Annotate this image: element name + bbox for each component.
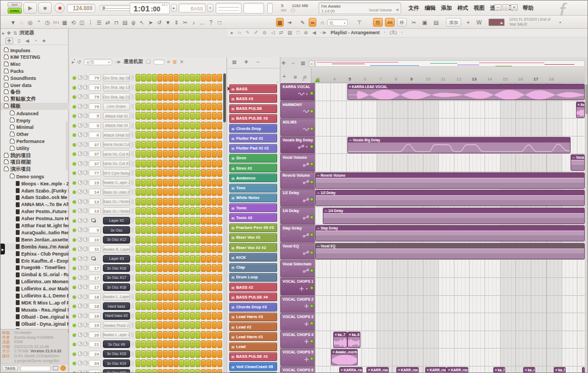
step-cell[interactable] [195, 350, 200, 358]
channel-row[interactable]: 18Awake L..Layer [70, 293, 228, 302]
channel-target-box[interactable]: 18 [89, 294, 101, 300]
pl-delete-icon[interactable]: ⊘ [262, 30, 267, 35]
step-cell[interactable] [195, 169, 200, 177]
step-cell[interactable] [185, 312, 189, 320]
browser-sort-icon[interactable]: ⇅ [13, 30, 17, 36]
step-cell[interactable] [185, 274, 189, 282]
step-cell[interactable] [168, 160, 173, 167]
step-cell[interactable] [212, 93, 217, 101]
step-cell[interactable] [179, 350, 184, 358]
channel-enable-led[interactable] [73, 362, 76, 365]
picker-item[interactable]: ▤BASS #3 [229, 94, 277, 103]
blend-notes-icon[interactable]: ⁞ [87, 18, 94, 27]
step-cell[interactable] [212, 264, 217, 272]
step-cell[interactable] [185, 141, 189, 148]
step-cell[interactable] [212, 255, 217, 263]
step-cell[interactable] [185, 93, 189, 101]
channel-select-indicator[interactable] [132, 294, 133, 300]
pl-lane[interactable] [315, 154, 585, 172]
step-cell[interactable] [157, 236, 162, 244]
step-cell[interactable] [195, 264, 200, 272]
step-cell[interactable] [179, 93, 184, 101]
step-cell[interactable] [136, 226, 140, 234]
step-cell[interactable] [168, 340, 173, 348]
browser-file-item[interactable]: Adam Szabo..ock Me Out [1, 194, 69, 201]
channel-select-indicator[interactable] [132, 227, 133, 233]
step-cell[interactable] [168, 84, 173, 91]
channel-target-box[interactable]: 79 [89, 94, 101, 100]
browser-file-item[interactable]: Asher Postm..Future Bass [1, 208, 69, 215]
step-cell[interactable] [152, 245, 157, 253]
track-options-icon[interactable]: … [283, 163, 303, 166]
step-cell[interactable] [141, 188, 146, 196]
track-enable-led[interactable] [310, 92, 313, 95]
step-cell[interactable] [141, 321, 146, 329]
pattern-selector[interactable]: BASS [179, 3, 206, 13]
track-type-link-icon[interactable] [303, 159, 309, 169]
step-cell[interactable] [168, 283, 173, 291]
step-cell[interactable] [168, 207, 173, 215]
step-cell[interactable] [174, 331, 179, 339]
picker-item[interactable]: ▤Drum Loop [229, 273, 277, 282]
snap-selector[interactable]: 线 ▸ [327, 19, 348, 26]
channel-row[interactable]: 5Attack Hat 24 [70, 121, 228, 130]
channel-button[interactable]: SFX Cym Noisy [103, 169, 130, 177]
step-cell[interactable] [190, 312, 195, 320]
channel-select-indicator[interactable] [132, 123, 133, 128]
channel-volume-knob[interactable] [83, 246, 88, 251]
pl-track-header[interactable]: 1/4 Delay… [280, 207, 315, 225]
channel-target-box[interactable]: 37 [89, 141, 101, 148]
channel-select-indicator[interactable] [132, 284, 133, 290]
pl-track-header[interactable]: VOCAL CHOPS 3… [280, 313, 315, 331]
song-mode-button[interactable]: SONG [8, 8, 22, 14]
step-cell[interactable] [179, 217, 184, 225]
channel-button[interactable]: Attack Hat 24 [103, 122, 130, 129]
channel-button[interactable]: 3x Osc #17 [103, 274, 130, 282]
track-enable-led[interactable] [310, 127, 313, 130]
channel-target-box[interactable]: 6 [89, 132, 101, 138]
step-cell[interactable] [136, 255, 140, 263]
pattern-add-button[interactable]: + [207, 4, 213, 12]
channel-row[interactable]: 15Awake C..ayer 2 [70, 178, 228, 188]
maximize-button[interactable]: □ [503, 4, 510, 10]
step-cell[interactable] [206, 312, 211, 320]
channel-pan-knob[interactable] [78, 123, 83, 128]
step-cell[interactable] [190, 188, 195, 196]
track-options-icon[interactable]: … [283, 92, 298, 95]
step-cell[interactable] [212, 74, 217, 82]
channel-volume-knob[interactable] [83, 161, 88, 166]
step-cell[interactable] [179, 255, 184, 263]
channel-button[interactable]: 3x Osc #12 [103, 236, 130, 244]
track-options-icon[interactable]: … [283, 180, 303, 183]
channel-select-indicator[interactable] [132, 322, 133, 328]
step-cell[interactable] [141, 141, 146, 148]
pl-track-header[interactable]: HARMONY… [280, 101, 315, 119]
picker-item[interactable]: ▤BASS PULSE #2 [229, 352, 277, 361]
step-cell[interactable] [217, 160, 222, 167]
step-cell[interactable] [152, 255, 157, 263]
step-cell[interactable] [136, 160, 140, 167]
channel-select-indicator[interactable] [132, 85, 133, 90]
step-cell[interactable] [190, 84, 195, 91]
step-cell[interactable] [195, 84, 200, 91]
step-cell[interactable] [212, 293, 217, 301]
step-cell[interactable] [185, 131, 189, 139]
step-cell[interactable] [217, 84, 222, 91]
channel-pan-knob[interactable] [78, 218, 83, 223]
channel-target-box[interactable]: 34 [89, 370, 101, 373]
step-cell[interactable] [146, 179, 151, 186]
step-cell[interactable] [168, 122, 173, 129]
step-cell[interactable] [163, 359, 168, 367]
picker-item[interactable]: ▤Chords Drop #3 [229, 303, 277, 312]
step-cell[interactable] [163, 293, 168, 301]
group-collapse-icon[interactable]: ▲ [305, 145, 308, 148]
step-cell[interactable] [168, 198, 173, 206]
channel-select-indicator[interactable] [132, 161, 133, 166]
step-cell[interactable] [136, 359, 140, 367]
browser-file-item[interactable]: LollieVox &..L Demo Edit) [1, 293, 69, 300]
picker-item[interactable]: ▤BASS [229, 84, 277, 93]
step-cell[interactable] [136, 207, 140, 215]
step-cell[interactable] [206, 112, 211, 120]
channel-target-box[interactable]: 37 [89, 151, 101, 157]
pointer-icon[interactable]: ↖ [138, 18, 146, 27]
